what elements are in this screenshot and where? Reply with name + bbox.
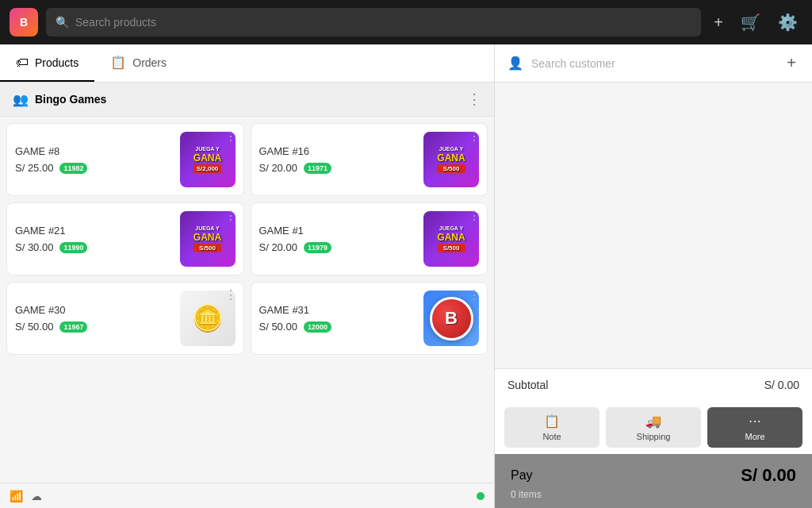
tab-products[interactable]: 🏷 Products <box>0 44 94 82</box>
add-button[interactable]: + <box>709 9 728 37</box>
wifi-icon: 📶 <box>10 490 23 502</box>
main-layout: 🏷 Products 📋 Orders 👥 Bingo Games ⋮ <box>0 44 812 508</box>
search-input[interactable] <box>75 16 691 29</box>
cart-icon[interactable]: 🛒 <box>736 8 765 37</box>
more-button[interactable]: ⋯ More <box>707 407 802 448</box>
product-price-game16: S/ 20.00 <box>259 162 297 174</box>
status-bar: 📶 ☁ <box>0 483 494 508</box>
product-info-game8: GAME #8 S/ 25.00 11982 <box>15 145 172 174</box>
customer-search-icon: 👤 <box>508 56 523 71</box>
products-tab-label: Products <box>35 56 79 69</box>
product-name-game16: GAME #16 <box>259 145 416 157</box>
more-icon: ⋯ <box>749 414 761 429</box>
note-button[interactable]: 📋 Note <box>504 407 599 448</box>
product-card-game21[interactable]: GAME #21 S/ 30.00 11990 JUEGA Y GANA S/5… <box>6 202 244 275</box>
add-customer-button[interactable]: + <box>783 51 799 75</box>
products-area: GAME #8 S/ 25.00 11982 JUEGA Y GANA S/2,… <box>0 117 494 483</box>
pay-button[interactable]: Pay S/ 0.00 <box>495 454 812 489</box>
cloud-icon: ☁ <box>31 490 42 502</box>
topbar: B 🔍 + 🛒 ⚙️ <box>0 0 812 44</box>
bingo-ball: B <box>430 297 473 341</box>
pay-label: Pay <box>511 468 533 483</box>
product-price-game31: S/ 50.00 <box>259 321 297 333</box>
product-price-row-game21: S/ 30.00 11990 <box>15 241 172 253</box>
product-info-game1: GAME #1 S/ 20.00 11979 <box>259 225 416 253</box>
note-label: Note <box>542 432 561 441</box>
product-badge-game30: 11967 <box>59 321 87 333</box>
product-card-game8[interactable]: GAME #8 S/ 25.00 11982 JUEGA Y GANA S/2,… <box>6 123 244 196</box>
product-price-row-game1: S/ 20.00 11979 <box>259 241 416 253</box>
product-name-game21: GAME #21 <box>15 225 172 237</box>
product-more-game8[interactable]: ⋮ <box>224 130 237 143</box>
orders-tab-icon: 📋 <box>110 55 126 70</box>
online-status-dot <box>477 492 485 500</box>
product-name-game1: GAME #1 <box>259 225 416 237</box>
product-badge-game8: 11982 <box>59 163 87 174</box>
product-price-game21: S/ 30.00 <box>15 241 53 253</box>
app-logo: B <box>10 8 38 37</box>
product-card-game31[interactable]: GAME #31 S/ 50.00 12000 B ⋮ <box>251 282 488 355</box>
action-buttons: 📋 Note 🚚 Shipping ⋯ More <box>495 401 812 454</box>
more-label: More <box>745 432 764 441</box>
product-price-game1: S/ 20.00 <box>259 241 297 253</box>
product-badge-game21: 11990 <box>59 242 87 253</box>
product-price-row-game16: S/ 20.00 11971 <box>259 162 416 174</box>
cart-area <box>495 83 812 368</box>
subtotal-row: Subtotal S/ 0.00 <box>495 368 812 401</box>
product-more-game16[interactable]: ⋮ <box>468 130 481 143</box>
note-icon: 📋 <box>544 414 560 429</box>
items-count: 0 items <box>495 489 812 508</box>
product-more-game1[interactable]: ⋮ <box>468 210 481 222</box>
product-card-game16[interactable]: GAME #16 S/ 20.00 11971 JUEGA Y GANA S/5… <box>251 123 488 196</box>
shipping-label: Shipping <box>637 432 671 441</box>
product-price-row-game31: S/ 50.00 12000 <box>259 321 416 333</box>
product-badge-game16: 11971 <box>304 163 331 174</box>
search-icon: 🔍 <box>56 16 69 29</box>
category-more-button[interactable]: ⋮ <box>467 90 481 108</box>
category-header-left: 👥 Bingo Games <box>13 92 467 107</box>
orders-tab-label: Orders <box>132 56 167 69</box>
product-badge-game31: 12000 <box>304 321 331 333</box>
product-price-row-game30: S/ 50.00 11967 <box>15 321 172 333</box>
product-info-game30: GAME #30 S/ 50.00 11967 <box>15 304 172 333</box>
product-card-game1[interactable]: GAME #1 S/ 20.00 11979 JUEGA Y GANA S/50… <box>251 202 488 275</box>
product-card-game30[interactable]: GAME #30 S/ 50.00 11967 🪙 ⋮ <box>6 282 244 355</box>
product-more-game31[interactable]: ⋮ <box>468 289 481 302</box>
pay-amount: S/ 0.00 <box>741 465 796 486</box>
search-bar[interactable]: 🔍 <box>46 8 701 37</box>
left-panel: 🏷 Products 📋 Orders 👥 Bingo Games ⋮ <box>0 44 495 508</box>
customer-search-input[interactable] <box>531 57 776 70</box>
product-badge-game1: 11979 <box>304 242 331 253</box>
product-info-game16: GAME #16 S/ 20.00 11971 <box>259 145 416 174</box>
product-price-game30: S/ 50.00 <box>15 321 53 333</box>
subtotal-label: Subtotal <box>508 379 548 391</box>
product-price-row-game8: S/ 25.00 11982 <box>15 162 172 174</box>
shipping-button[interactable]: 🚚 Shipping <box>606 407 701 448</box>
product-info-game31: GAME #31 S/ 50.00 12000 <box>259 304 416 333</box>
product-name-game8: GAME #8 <box>15 145 172 157</box>
right-bottom: Subtotal S/ 0.00 📋 Note 🚚 Shipping ⋯ Mor… <box>495 368 812 508</box>
products-tab-icon: 🏷 <box>16 56 29 70</box>
tabs: 🏷 Products 📋 Orders <box>0 44 494 83</box>
products-grid: GAME #8 S/ 25.00 11982 JUEGA Y GANA S/2,… <box>6 123 488 355</box>
category-header: 👥 Bingo Games ⋮ <box>0 83 494 117</box>
shipping-icon: 🚚 <box>645 414 661 429</box>
right-panel: 👤 + Subtotal S/ 0.00 📋 Note 🚚 Shipping <box>495 44 812 508</box>
product-info-game21: GAME #21 S/ 30.00 11990 <box>15 225 172 253</box>
product-more-game30[interactable]: ⋮ <box>224 289 237 302</box>
category-icon: 👥 <box>13 92 29 107</box>
product-price-game8: S/ 25.00 <box>15 162 53 174</box>
product-more-game21[interactable]: ⋮ <box>224 210 237 222</box>
subtotal-value: S/ 0.00 <box>764 379 799 391</box>
settings-icon[interactable]: ⚙️ <box>773 8 802 37</box>
customer-search-header: 👤 + <box>495 44 812 83</box>
pay-section: Pay S/ 0.00 0 items <box>495 454 812 508</box>
category-name: Bingo Games <box>35 93 106 106</box>
product-name-game31: GAME #31 <box>259 304 416 316</box>
tab-orders[interactable]: 📋 Orders <box>94 44 182 82</box>
product-name-game30: GAME #30 <box>15 304 172 316</box>
